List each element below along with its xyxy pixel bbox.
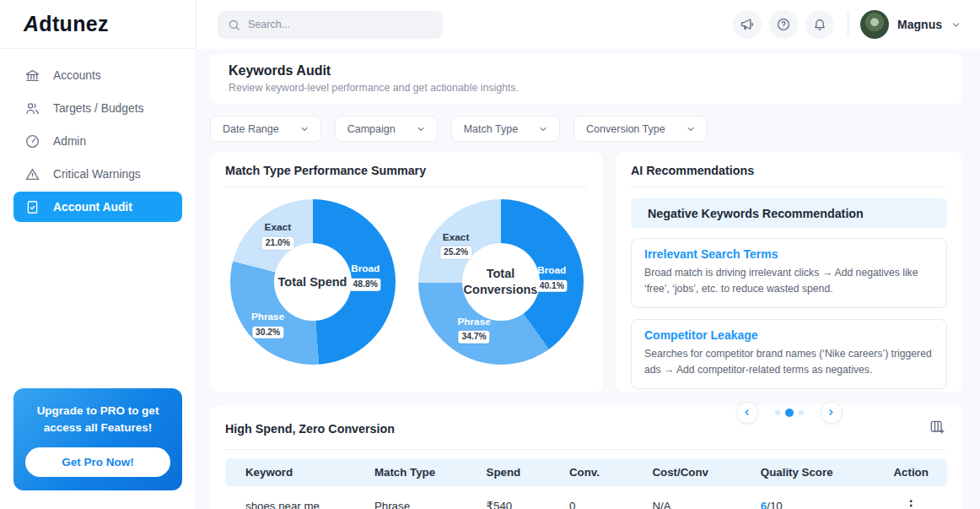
megaphone-icon	[740, 17, 755, 32]
sidebar-item-label: Critical Warnings	[53, 168, 141, 181]
donut-center: Total Conversions	[462, 243, 540, 321]
recommendation-card: Competitor Leakage Searches for competit…	[631, 319, 947, 389]
help-button[interactable]	[769, 10, 798, 39]
filter-date-range[interactable]: Date Range	[210, 116, 321, 142]
divider	[225, 449, 947, 450]
chevron-left-icon	[742, 408, 751, 417]
carousel-next-button[interactable]	[821, 402, 843, 424]
quality-score-suffix: /10	[767, 500, 783, 509]
logo-zone: Adtunez	[0, 0, 197, 49]
sidebar-item-account-audit[interactable]: Account Audit	[13, 192, 182, 222]
chevron-down-icon	[686, 124, 696, 134]
charts-card-head: Match Type Performance Summary	[210, 152, 603, 187]
sidebar-item-label: Targets / Budgets	[53, 102, 143, 115]
chevron-down-icon	[538, 124, 548, 134]
upgrade-text: Upgrade to PRO to get access all Feature…	[25, 403, 170, 437]
col-conv: Conv.	[561, 458, 643, 486]
user-name: Magnus	[897, 18, 942, 31]
recommendation-title-link[interactable]: Competitor Leakage	[644, 328, 934, 342]
cell-action: ⋮	[875, 486, 947, 509]
row-actions-button[interactable]: ⋮	[904, 499, 918, 509]
announcements-button[interactable]	[733, 10, 762, 39]
bell-icon	[812, 17, 827, 32]
table-row: shoes near me Phrase ₹540 0 N/A 6/10 ⋮	[225, 486, 947, 509]
add-column-button[interactable]	[927, 417, 947, 440]
sidebar-item-targets-budgets[interactable]: Targets / Budgets	[13, 93, 182, 123]
col-quality-score: Quality Score	[752, 458, 875, 486]
col-spend: Spend	[478, 458, 561, 486]
app-root: Adtunez Magnus	[0, 0, 980, 509]
cell-cost-conv: N/A	[643, 486, 751, 509]
donut-center: Total Spend	[274, 243, 352, 321]
main-content: Keywords Audit Review keyword-level perf…	[197, 49, 980, 509]
recommendation-title-link[interactable]: Irrelevant Search Terms	[644, 247, 934, 261]
help-icon	[776, 17, 791, 32]
ai-card-body: Negative Keywords Recommendation Irrelev…	[616, 187, 962, 424]
ai-card-head: AI Recommendations	[616, 152, 962, 187]
filter-conversion-type[interactable]: Conversion Type	[573, 116, 708, 142]
ai-recommendations-card: AI Recommendations Negative Keywords Rec…	[616, 152, 962, 393]
carousel-dots	[775, 409, 804, 417]
sidebar-item-accounts[interactable]: Accounts	[13, 60, 182, 90]
doc-check-icon	[24, 199, 40, 215]
high-spend-table: Keyword Match Type Spend Conv. Cost/Conv…	[225, 458, 947, 509]
recommendation-body: Searches for competitor brand names (‘Ni…	[644, 346, 934, 378]
topbar: Adtunez Magnus	[0, 0, 980, 49]
search-input[interactable]	[248, 19, 433, 30]
warning-icon	[24, 166, 40, 182]
filter-match-type[interactable]: Match Type	[451, 116, 560, 142]
filters-bar: Date Range Campaign Match Type Conversio…	[210, 116, 962, 142]
users-icon	[24, 100, 40, 116]
filter-label: Match Type	[464, 123, 518, 135]
recommendations-carousel	[631, 402, 947, 424]
page-title: Keywords Audit	[229, 63, 944, 79]
sidebar-item-label: Admin	[53, 135, 86, 148]
sidebar-item-critical-warnings[interactable]: Critical Warnings	[13, 159, 182, 189]
cell-keyword: shoes near me	[225, 486, 366, 509]
bank-icon	[24, 68, 40, 84]
gauge-icon	[24, 133, 40, 149]
sidebar: Accounts Targets / Budgets Admin Critica…	[0, 49, 197, 509]
table-header-row: Keyword Match Type Spend Conv. Cost/Conv…	[225, 458, 947, 486]
topbar-main: Magnus	[197, 0, 980, 49]
cards-row: Match Type Performance Summary Total Spe…	[210, 152, 962, 393]
notifications-button[interactable]	[805, 10, 834, 39]
page-subtitle: Review keyword-level performance and get…	[229, 82, 944, 94]
carousel-dot[interactable]	[799, 410, 804, 415]
cell-quality-score: 6/10	[752, 486, 875, 509]
col-keyword: Keyword	[225, 458, 366, 486]
topbar-divider	[848, 13, 848, 36]
match-type-performance-card: Match Type Performance Summary Total Spe…	[210, 152, 603, 393]
donut-charts: Total Spend Broad 48.8% Phrase 30.2%	[210, 187, 603, 365]
col-match-type: Match Type	[366, 458, 478, 486]
col-cost-conv: Cost/Conv	[643, 458, 751, 486]
carousel-dot-active[interactable]	[785, 409, 794, 417]
insert-column-icon	[929, 419, 945, 436]
sidebar-item-label: Accounts	[53, 69, 101, 82]
ai-card-title: AI Recommendations	[631, 164, 947, 177]
sidebar-item-label: Account Audit	[53, 201, 132, 214]
search-icon	[228, 19, 240, 31]
donut-center-label: Total Spend	[278, 274, 347, 290]
user-menu[interactable]: Magnus	[860, 10, 961, 39]
filter-label: Conversion Type	[586, 123, 665, 135]
chevron-down-icon	[416, 124, 426, 134]
donut-total-spend: Total Spend Broad 48.8% Phrase 30.2%	[230, 199, 396, 365]
chevron-down-icon	[299, 124, 310, 134]
cell-match-type: Phrase	[366, 486, 478, 509]
charts-card-title: Match Type Performance Summary	[225, 164, 588, 177]
page-header-card: Keywords Audit Review keyword-level perf…	[210, 54, 962, 105]
cell-conv: 0	[561, 486, 643, 509]
carousel-dot[interactable]	[775, 410, 780, 415]
carousel-prev-button[interactable]	[736, 402, 758, 424]
sidebar-item-admin[interactable]: Admin	[13, 126, 182, 156]
chevron-down-icon	[950, 19, 961, 30]
get-pro-button[interactable]: Get Pro Now!	[25, 447, 170, 477]
donut-center-label: Total Conversions	[462, 266, 540, 298]
cell-spend: ₹540	[478, 486, 561, 509]
search-bar[interactable]	[218, 11, 443, 39]
ai-banner: Negative Keywords Recommendation	[631, 198, 947, 228]
filter-campaign[interactable]: Campaign	[335, 116, 438, 142]
table-title: High Spend, Zero Conversion	[225, 422, 395, 436]
filter-label: Date Range	[223, 123, 279, 135]
